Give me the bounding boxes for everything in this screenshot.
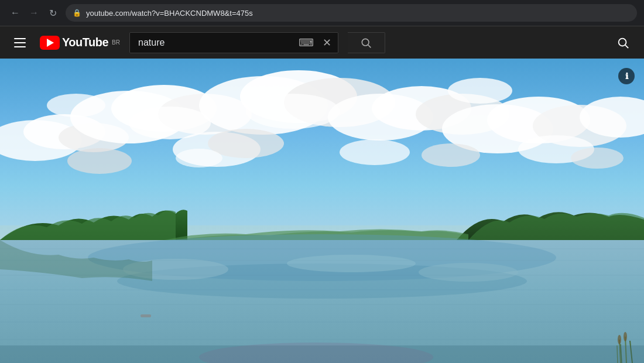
youtube-country: BR bbox=[112, 39, 120, 46]
svg-point-32 bbox=[571, 148, 624, 169]
nature-scene-svg bbox=[0, 59, 644, 363]
svg-point-26 bbox=[340, 139, 410, 165]
info-button[interactable]: ℹ bbox=[618, 68, 635, 84]
reload-button[interactable]: ↻ bbox=[44, 5, 61, 21]
address-bar[interactable]: 🔒 youtube.com/watch?v=BHACKCNDMW8&t=475s bbox=[66, 4, 637, 22]
youtube-icon bbox=[40, 36, 60, 50]
youtube-header: YouTube BR ⌨ ✕ bbox=[0, 26, 644, 59]
address-text: youtube.com/watch?v=BHACKCNDMW8&t=475s bbox=[86, 9, 630, 18]
hamburger-menu-button[interactable] bbox=[9, 32, 30, 53]
lock-icon: 🔒 bbox=[73, 9, 81, 17]
svg-point-27 bbox=[422, 143, 480, 167]
browser-chrome: ← → ↻ 🔒 youtube.com/watch?v=BHACKCNDMW8&… bbox=[0, 0, 644, 26]
svg-line-1 bbox=[368, 44, 371, 47]
nav-buttons: ← → ↻ bbox=[7, 5, 61, 21]
close-search-icon[interactable]: ✕ bbox=[317, 32, 338, 53]
svg-point-31 bbox=[47, 94, 105, 117]
search-button[interactable] bbox=[348, 32, 385, 53]
svg-rect-47 bbox=[141, 314, 151, 317]
hamburger-line-3 bbox=[14, 46, 26, 47]
search-input[interactable] bbox=[130, 33, 296, 53]
forward-button[interactable]: → bbox=[26, 5, 42, 21]
svg-line-3 bbox=[625, 45, 628, 48]
keyboard-icon[interactable]: ⌨ bbox=[296, 32, 317, 53]
youtube-logo[interactable]: YouTube BR bbox=[40, 36, 120, 50]
search-icon bbox=[360, 37, 372, 49]
search-container: ⌨ ✕ bbox=[129, 32, 338, 53]
svg-point-39 bbox=[419, 263, 518, 282]
svg-point-51 bbox=[618, 335, 621, 344]
youtube-name: YouTube bbox=[62, 36, 108, 49]
video-area[interactable]: ℹ bbox=[0, 59, 644, 363]
search-icon-button[interactable] bbox=[611, 31, 635, 54]
play-triangle bbox=[47, 39, 54, 47]
svg-point-52 bbox=[624, 332, 627, 341]
hamburger-line-2 bbox=[14, 42, 26, 43]
svg-point-15 bbox=[246, 94, 340, 129]
svg-point-0 bbox=[362, 39, 369, 46]
svg-point-30 bbox=[448, 78, 512, 104]
hamburger-line-1 bbox=[14, 38, 26, 39]
back-button[interactable]: ← bbox=[7, 5, 23, 21]
search-nav-icon bbox=[616, 36, 629, 49]
svg-point-25 bbox=[67, 148, 132, 174]
svg-point-38 bbox=[287, 255, 416, 272]
svg-point-2 bbox=[619, 38, 626, 46]
svg-point-29 bbox=[176, 149, 222, 167]
